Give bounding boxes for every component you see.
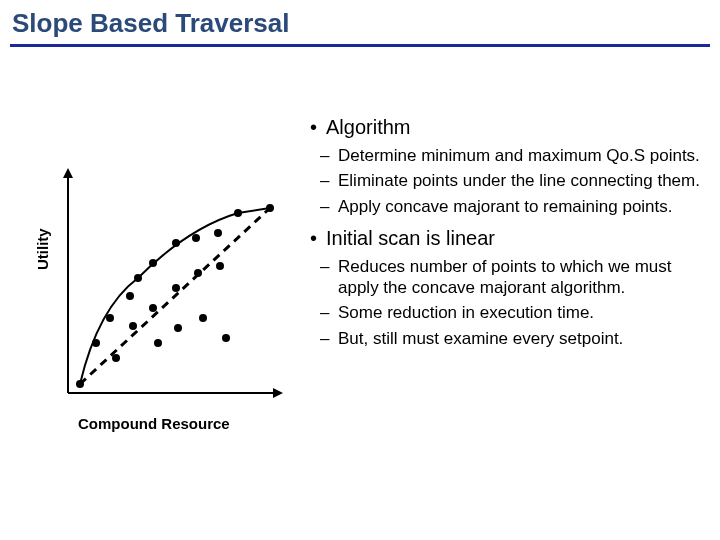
svg-point-15 (199, 314, 207, 322)
x-axis-label: Compound Resource (78, 415, 230, 432)
svg-point-10 (172, 239, 180, 247)
svg-point-2 (106, 314, 114, 322)
svg-point-19 (234, 209, 242, 217)
scatter-chart (58, 168, 288, 408)
svg-point-4 (126, 292, 134, 300)
svg-point-13 (192, 234, 200, 242)
x-axis-arrow-icon (273, 388, 283, 398)
sub-bullet: Determine minimum and maximum Qo.S point… (338, 145, 705, 166)
y-axis-arrow-icon (63, 168, 73, 178)
slide: Slope Based Traversal Utility Compound R… (0, 0, 720, 540)
content-text: Algorithm Determine minimum and maximum … (310, 110, 705, 359)
y-axis-label: Utility (34, 228, 51, 270)
page-title: Slope Based Traversal (12, 8, 289, 39)
dashed-line (80, 208, 270, 384)
sub-bullet: Reduces number of points to which we mus… (338, 256, 705, 299)
svg-point-18 (222, 334, 230, 342)
sub-bullet: But, still must examine every setpoint. (338, 328, 705, 349)
svg-point-9 (154, 339, 162, 347)
svg-point-14 (194, 269, 202, 277)
svg-point-20 (266, 204, 274, 212)
title-underline (10, 44, 710, 47)
svg-point-1 (92, 339, 100, 347)
svg-point-3 (112, 354, 120, 362)
svg-point-7 (149, 259, 157, 267)
svg-point-12 (174, 324, 182, 332)
sub-bullet: Some reduction in execution time. (338, 302, 705, 323)
bullet-initial-scan: Initial scan is linear (326, 227, 705, 250)
svg-point-11 (172, 284, 180, 292)
svg-point-16 (214, 229, 222, 237)
svg-point-17 (216, 262, 224, 270)
svg-point-8 (149, 304, 157, 312)
bullet-algorithm: Algorithm (326, 116, 705, 139)
svg-point-0 (76, 380, 84, 388)
svg-point-6 (134, 274, 142, 282)
sub-bullet: Apply concave majorant to remaining poin… (338, 196, 705, 217)
svg-point-5 (129, 322, 137, 330)
sub-bullet: Eliminate points under the line connecti… (338, 170, 705, 191)
